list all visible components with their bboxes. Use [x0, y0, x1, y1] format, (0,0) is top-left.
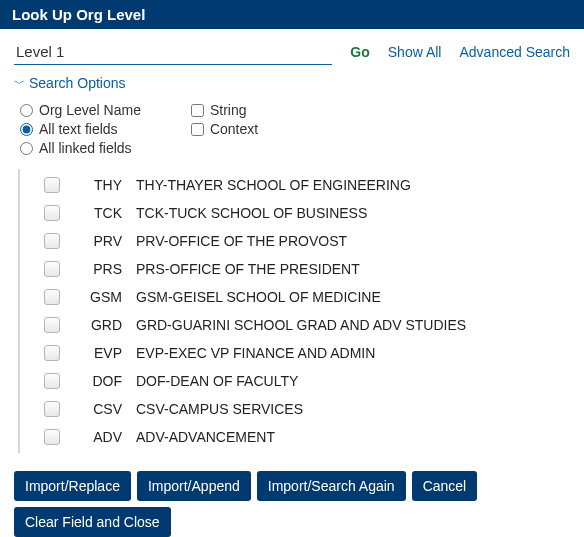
row-desc: GSM-GEISEL SCHOOL OF MEDICINE [136, 289, 381, 305]
radio-all-linked-fields-input[interactable] [20, 142, 33, 155]
table-row[interactable]: DOFDOF-DEAN OF FACULTY [20, 367, 570, 395]
chevron-down-icon: ﹀ [14, 76, 25, 91]
radio-org-level-name[interactable]: Org Level Name [20, 102, 141, 118]
table-row[interactable]: ADVADV-ADVANCEMENT [20, 423, 570, 451]
radio-all-text-fields-input[interactable] [20, 123, 33, 136]
search-by-column: Org Level Name All text fields All linke… [20, 99, 141, 159]
radio-all-linked-fields[interactable]: All linked fields [20, 140, 141, 156]
row-checkbox[interactable] [44, 429, 60, 445]
dialog-header: Look Up Org Level [0, 0, 584, 29]
row-checkbox[interactable] [44, 205, 60, 221]
row-code: GSM [76, 289, 136, 305]
row-code: GRD [76, 317, 136, 333]
advanced-search-link[interactable]: Advanced Search [459, 44, 570, 60]
row-desc: DOF-DEAN OF FACULTY [136, 373, 298, 389]
row-desc: THY-THAYER SCHOOL OF ENGINEERING [136, 177, 411, 193]
table-row[interactable]: CSVCSV-CAMPUS SERVICES [20, 395, 570, 423]
match-type-column: String Context [191, 99, 258, 159]
table-row[interactable]: THYTHY-THAYER SCHOOL OF ENGINEERING [20, 171, 570, 199]
row-code: DOF [76, 373, 136, 389]
row-code: ADV [76, 429, 136, 445]
table-row[interactable]: EVPEVP-EXEC VP FINANCE AND ADMIN [20, 339, 570, 367]
checkbox-string-input[interactable] [191, 104, 204, 117]
results-list: THYTHY-THAYER SCHOOL OF ENGINEERINGTCKTC… [18, 169, 570, 453]
import-replace-button[interactable]: Import/Replace [14, 471, 131, 501]
row-desc: ADV-ADVANCEMENT [136, 429, 275, 445]
checkbox-string[interactable]: String [191, 102, 258, 118]
row-checkbox[interactable] [44, 289, 60, 305]
row-code: THY [76, 177, 136, 193]
row-checkbox[interactable] [44, 233, 60, 249]
row-checkbox[interactable] [44, 261, 60, 277]
row-checkbox[interactable] [44, 401, 60, 417]
row-desc: CSV-CAMPUS SERVICES [136, 401, 303, 417]
row-desc: GRD-GUARINI SCHOOL GRAD AND ADV STUDIES [136, 317, 466, 333]
radio-org-level-name-input[interactable] [20, 104, 33, 117]
clear-close-button[interactable]: Clear Field and Close [14, 507, 171, 537]
row-desc: PRS-OFFICE OF THE PRESIDENT [136, 261, 360, 277]
search-options-toggle[interactable]: ﹀ Search Options [14, 75, 570, 91]
table-row[interactable]: GRDGRD-GUARINI SCHOOL GRAD AND ADV STUDI… [20, 311, 570, 339]
row-checkbox[interactable] [44, 177, 60, 193]
search-options-label: Search Options [29, 75, 126, 91]
table-row[interactable]: TCKTCK-TUCK SCHOOL OF BUSINESS [20, 199, 570, 227]
show-all-link[interactable]: Show All [388, 44, 442, 60]
checkbox-context-input[interactable] [191, 123, 204, 136]
row-desc: EVP-EXEC VP FINANCE AND ADMIN [136, 345, 375, 361]
row-code: TCK [76, 205, 136, 221]
search-input[interactable] [14, 39, 332, 65]
import-search-again-button[interactable]: Import/Search Again [257, 471, 406, 501]
row-checkbox[interactable] [44, 345, 60, 361]
row-checkbox[interactable] [44, 373, 60, 389]
go-link[interactable]: Go [350, 44, 369, 60]
row-code: PRV [76, 233, 136, 249]
row-desc: TCK-TUCK SCHOOL OF BUSINESS [136, 205, 367, 221]
cancel-button[interactable]: Cancel [412, 471, 478, 501]
dialog-title: Look Up Org Level [12, 6, 145, 23]
radio-all-text-fields[interactable]: All text fields [20, 121, 141, 137]
table-row[interactable]: PRSPRS-OFFICE OF THE PRESIDENT [20, 255, 570, 283]
table-row[interactable]: PRVPRV-OFFICE OF THE PROVOST [20, 227, 570, 255]
search-row: Go Show All Advanced Search [14, 39, 570, 65]
row-checkbox[interactable] [44, 317, 60, 333]
table-row[interactable]: GSMGSM-GEISEL SCHOOL OF MEDICINE [20, 283, 570, 311]
row-code: PRS [76, 261, 136, 277]
import-append-button[interactable]: Import/Append [137, 471, 251, 501]
search-options-panel: Org Level Name All text fields All linke… [20, 99, 570, 159]
checkbox-context[interactable]: Context [191, 121, 258, 137]
button-row: Import/Replace Import/Append Import/Sear… [0, 467, 584, 537]
row-code: CSV [76, 401, 136, 417]
row-code: EVP [76, 345, 136, 361]
dialog-content: Go Show All Advanced Search ﹀ Search Opt… [0, 29, 584, 467]
row-desc: PRV-OFFICE OF THE PROVOST [136, 233, 347, 249]
